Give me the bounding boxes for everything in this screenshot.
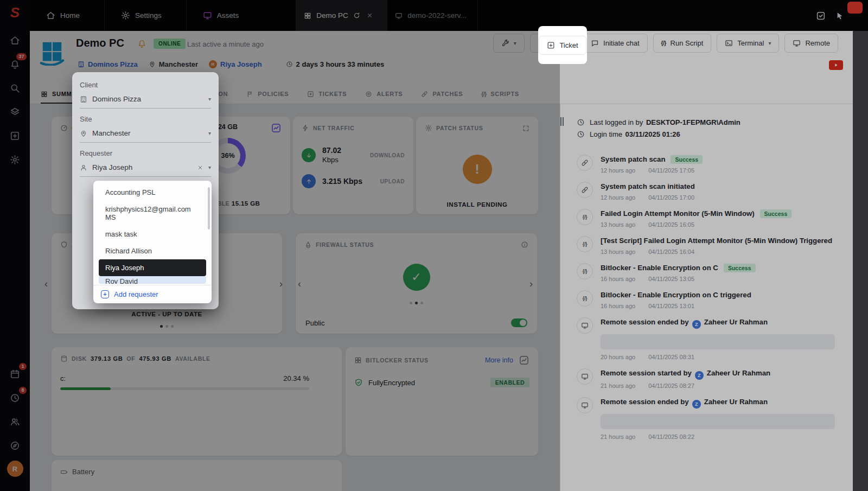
dropdown-option[interactable]: Riya Joseph (99, 259, 206, 276)
requester-dropdown: Accounting PSLkrishphysics12@gmail.com M… (93, 181, 212, 303)
chevron-down-icon[interactable]: ▾ (208, 164, 211, 170)
chevron-down-icon[interactable]: ▾ (208, 130, 211, 136)
client-select[interactable]: Dominos Pizza ▾ (80, 90, 211, 109)
client-label: Client (80, 81, 211, 89)
requester-select[interactable]: Riya Joseph ▾ (80, 158, 211, 177)
requester-dropdown-list: Accounting PSLkrishphysics12@gmail.com M… (93, 184, 212, 284)
clear-icon[interactable] (197, 164, 203, 171)
add-requester-label: Add requester (114, 290, 158, 298)
dropdown-option[interactable]: Accounting PSL (99, 184, 206, 201)
dropdown-option[interactable]: Richard Allison (99, 243, 206, 259)
building-icon (80, 95, 87, 103)
dropdown-scrollbar[interactable] (208, 187, 210, 229)
site-label: Site (80, 115, 211, 123)
ticket-icon (547, 41, 555, 49)
site-select[interactable]: Manchester ▾ (80, 124, 211, 143)
dropdown-option[interactable]: mask task (99, 226, 206, 243)
requester-label: Requester (80, 149, 211, 157)
requester-value: Riya Joseph (92, 163, 192, 171)
app-window: S 37 1 8 R Home Settings Assets Demo PC … (0, 0, 868, 491)
ticket-spotlight: Ticket (538, 26, 587, 64)
ticket-button[interactable]: Ticket (539, 36, 586, 55)
dropdown-option[interactable]: Roy David (99, 276, 206, 284)
pin-icon (80, 130, 87, 137)
plus-icon: + (101, 290, 109, 298)
dropdown-option[interactable]: krishphysics12@gmail.com MS (99, 201, 206, 226)
client-value: Dominos Pizza (92, 95, 203, 103)
site-value: Manchester (92, 129, 203, 137)
chevron-down-icon[interactable]: ▾ (208, 96, 211, 102)
ticket-label: Ticket (559, 41, 578, 49)
add-requester-button[interactable]: + Add requester (93, 285, 212, 303)
user-icon (80, 164, 87, 171)
